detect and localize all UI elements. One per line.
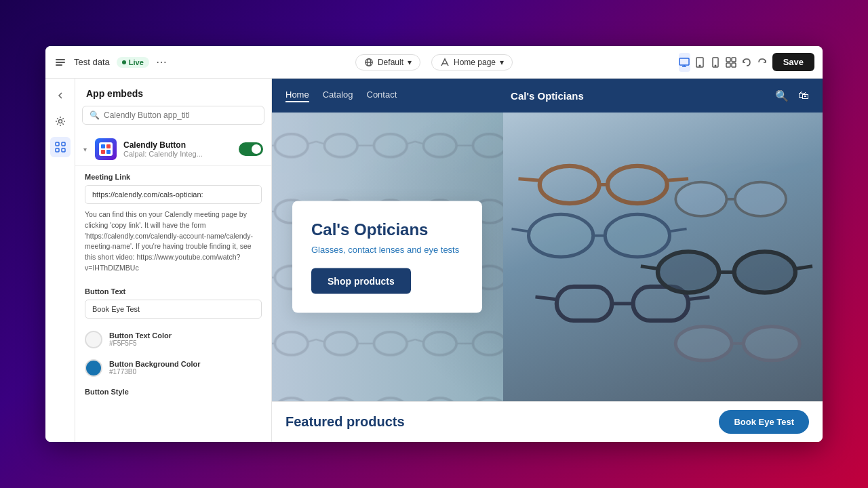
svg-point-11 [700,65,701,66]
sidebar-item-back[interactable] [50,85,71,106]
search-input[interactable] [104,110,257,120]
svg-rect-21 [56,148,59,152]
site-nav: Home Catalog Contact Cal's Opticians 🔍 🛍 [272,79,823,113]
svg-point-35 [605,214,669,257]
app-icon [95,138,117,160]
svg-rect-2 [56,64,62,66]
homepage-label: Home page [454,58,496,67]
more-options-icon[interactable]: ⋯ [156,56,167,68]
chevron-down-icon: ▾ [408,58,412,67]
svg-point-47 [658,251,719,292]
site-nav-links: Home Catalog Contact [285,89,460,102]
button-text-color-row: Button Text Color #F5F5F5 [75,325,271,354]
main-area: App embeds 🔍 ▾ Calendly Button Calpal: C… [45,79,823,442]
language-picker[interactable]: Default ▾ [355,54,420,70]
preview-area: Home Catalog Contact Cal's Opticians 🔍 🛍 [272,79,823,442]
svg-point-44 [675,182,726,216]
svg-point-18 [58,120,62,123]
text-color-hex: #F5F5F5 [109,340,172,347]
page-picker[interactable]: Home page ▾ [431,54,513,70]
app-toggle[interactable] [239,142,263,156]
bg-color-label: Button Background Color [109,360,200,368]
svg-rect-20 [62,142,65,146]
button-bg-color-row: Button Background Color #1773B0 [75,354,271,382]
sidebar-item-apps[interactable] [50,137,71,157]
site-brand-title: Cal's Opticians [460,90,634,102]
hero-title: Cal's Opticians [311,220,460,239]
search-icon: 🔍 [90,110,100,120]
nav-link-catalog[interactable]: Catalog [323,89,353,102]
svg-point-52 [675,327,732,361]
svg-rect-7 [679,58,689,65]
website-preview: Home Catalog Contact Cal's Opticians 🔍 🛍 [272,79,823,442]
svg-line-33 [667,179,688,181]
undo-icon[interactable] [741,53,753,72]
search-box[interactable]: 🔍 [82,106,264,125]
svg-rect-1 [56,62,65,63]
book-eye-test-button[interactable]: Book Eye Test [719,410,809,434]
text-color-swatch[interactable] [85,331,102,348]
redo-icon[interactable] [757,53,768,72]
svg-rect-17 [732,63,736,67]
nav-link-contact[interactable]: Contact [367,89,397,102]
top-bar-center: Default ▾ Home page ▾ [197,54,671,70]
panel-title: App embeds [75,79,271,106]
shop-products-button[interactable]: Shop products [311,268,411,294]
svg-point-53 [744,327,800,361]
live-dot [122,60,126,64]
chevron-down-icon-2: ▾ [500,58,504,67]
svg-point-13 [715,65,716,66]
bg-color-swatch[interactable] [85,359,102,377]
svg-rect-15 [732,58,736,62]
svg-rect-16 [726,63,730,67]
meeting-link-input[interactable] [85,185,262,204]
svg-line-38 [670,229,687,232]
svg-point-29 [540,166,599,203]
svg-line-50 [641,266,658,269]
featured-products-title: Featured products [285,414,719,430]
default-label: Default [378,58,403,67]
top-bar-right: Save [679,53,814,72]
browser-window: Test data Live ⋯ Default ▾ [45,46,823,442]
save-button[interactable]: Save [772,53,814,71]
button-text-input[interactable] [85,300,262,319]
svg-line-37 [511,229,528,232]
svg-line-42 [536,297,557,300]
site-nav-icons: 🔍 🛍 [635,89,809,102]
svg-rect-39 [557,287,612,321]
site-cart-icon[interactable]: 🛍 [798,89,809,102]
meeting-link-group: Meeting Link You can find this on your C… [75,166,271,281]
meeting-link-help: You can find this on your Calendly meeti… [85,209,262,274]
button-text-group: Button Text [75,281,271,325]
featured-bar: Featured products Book Eye Test [272,401,823,442]
svg-rect-19 [56,142,59,146]
desktop-view-icon[interactable] [679,53,690,72]
mobile-view-icon[interactable] [710,53,722,72]
app-name: Calendly Button [123,140,232,150]
back-icon[interactable] [54,56,67,69]
sidebar-item-settings[interactable] [50,111,71,131]
hero-subtitle: Glasses, contact lenses and eye tests [311,245,460,255]
button-style-label: Button Style [75,382,271,399]
meeting-link-label: Meeting Link [85,173,262,181]
top-bar: Test data Live ⋯ Default ▾ [45,46,823,79]
tablet-view-icon[interactable] [694,53,706,72]
chevron-icon[interactable]: ▾ [83,146,87,153]
site-search-icon[interactable]: 🔍 [775,89,789,102]
svg-point-45 [735,182,786,216]
svg-rect-14 [726,58,730,62]
live-badge: Live [117,57,149,68]
zoom-icon[interactable] [726,53,737,72]
svg-point-30 [608,166,667,203]
svg-rect-22 [62,148,65,152]
svg-rect-0 [56,59,65,60]
hero-card: Cal's Opticians Glasses, contact lenses … [292,201,482,313]
button-text-label: Button Text [85,287,262,296]
test-data-label: Test data [74,57,110,67]
hero-section: Cal's Opticians Glasses, contact lenses … [272,113,823,401]
app-subtitle: Calpal: Calendly Integ... [123,150,232,158]
svg-line-43 [688,297,709,300]
top-bar-left: Test data Live ⋯ [54,56,189,69]
nav-link-home[interactable]: Home [285,89,309,102]
svg-point-48 [734,251,795,292]
